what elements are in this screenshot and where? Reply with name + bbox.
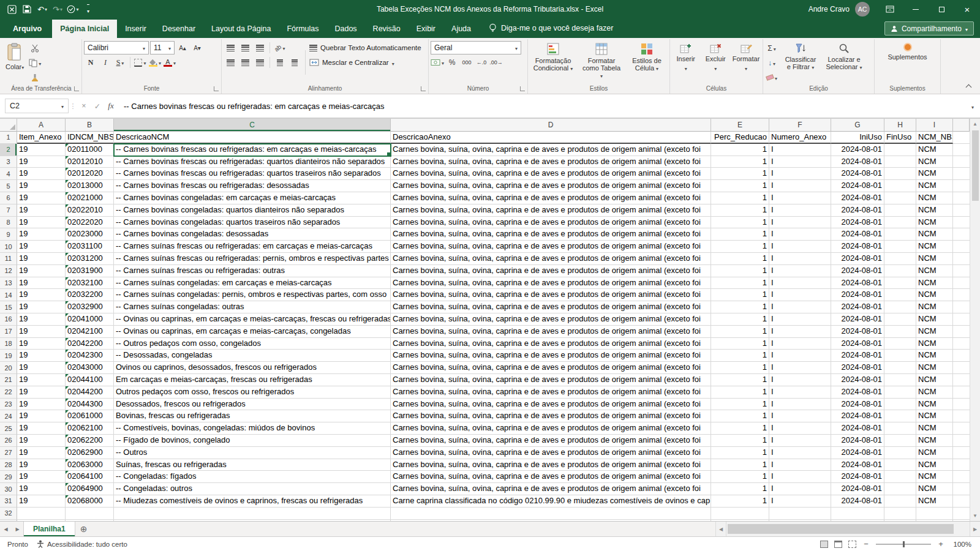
cell-A6[interactable]: 19 (17, 192, 66, 204)
cell-D8[interactable]: Carnes bovina, suína, ovina, caprina e d… (391, 217, 711, 229)
addins-button[interactable]: Suplementos (883, 40, 932, 84)
decrease-decimal-button[interactable]: .00→ (489, 56, 503, 69)
cell-A17[interactable]: 19 (17, 326, 66, 338)
cell-D31[interactable]: Carne caprina classificada no código 021… (391, 495, 711, 508)
cell-H25[interactable] (884, 422, 916, 435)
row-header-5[interactable]: 5 (0, 180, 17, 192)
format-as-table-caret-icon[interactable] (600, 72, 603, 79)
cell-C10[interactable]: -- Carnes suínas frescas ou refrigeradas… (114, 241, 391, 253)
cell-B9[interactable]: 02023000 (66, 228, 114, 241)
cell-H28[interactable] (884, 459, 916, 471)
undo-button[interactable]: ↶ (36, 2, 49, 17)
merge-center-caret-icon[interactable] (392, 57, 394, 68)
cell-D14[interactable]: Carnes bovina, suína, ovina, caprina e d… (391, 289, 711, 301)
cell-D12[interactable]: Carnes bovina, suína, ovina, caprina e d… (391, 265, 711, 277)
cell-G29[interactable]: 2024-08-01 (831, 471, 884, 483)
cell-E15[interactable]: 1 (711, 301, 769, 313)
cell-D16[interactable]: Carnes bovina, suína, ovina, caprina e d… (391, 313, 711, 326)
fill-color-button[interactable] (148, 56, 162, 69)
cell-D4[interactable]: Carnes bovina, suína, ovina, caprina e d… (391, 168, 711, 180)
align-top-button[interactable] (224, 42, 237, 54)
row-header-26[interactable]: 26 (0, 435, 17, 447)
cell-G13[interactable]: 2024-08-01 (831, 277, 884, 290)
cell-D27[interactable]: Carnes bovina, suína, ovina, caprina e d… (391, 447, 711, 459)
cell-C33[interactable] (114, 520, 391, 522)
collapse-ribbon-button[interactable] (963, 81, 974, 90)
cell-I17[interactable]: NCM (916, 326, 953, 338)
cell-F14[interactable]: I (769, 289, 831, 301)
column-header-F[interactable]: F (769, 119, 831, 132)
number-format-select[interactable]: Geral (431, 41, 521, 54)
cell-I22[interactable]: NCM (916, 386, 953, 399)
row-header-25[interactable]: 25 (0, 422, 17, 435)
cell-G1[interactable]: IniUso (831, 132, 884, 144)
cell-F17[interactable]: I (769, 326, 831, 338)
clear-button[interactable] (765, 71, 778, 84)
cell-F13[interactable]: I (769, 277, 831, 290)
cell-D6[interactable]: Carnes bovina, suína, ovina, caprina e d… (391, 192, 711, 204)
cell-D18[interactable]: Carnes bovina, suína, ovina, caprina e d… (391, 338, 711, 350)
cell-G14[interactable]: 2024-08-01 (831, 289, 884, 301)
cell-H4[interactable] (884, 168, 916, 180)
cell-F32[interactable] (769, 508, 831, 520)
cell-H1[interactable]: FinUso (884, 132, 916, 144)
cell-B7[interactable]: 02022010 (66, 204, 114, 217)
underline-caret-icon[interactable] (121, 58, 124, 67)
cell-H16[interactable] (884, 313, 916, 326)
cell-F31[interactable]: I (769, 495, 831, 508)
cell-C8[interactable]: -- Carnes bovinas congeladas: quartos tr… (114, 217, 391, 229)
cell-D32[interactable] (391, 508, 711, 520)
cell-B13[interactable]: 02032100 (66, 277, 114, 290)
cell-D33[interactable] (391, 520, 711, 522)
cell-A15[interactable]: 19 (17, 301, 66, 313)
cell-C28[interactable]: Suínas, frescas ou refrigeradas (114, 459, 391, 471)
cell-H15[interactable] (884, 301, 916, 313)
cell-D1[interactable]: DescricaoAnexo (391, 132, 711, 144)
ribbon-tab-fórmulas[interactable]: Fórmulas (279, 20, 326, 38)
cell-G7[interactable]: 2024-08-01 (831, 204, 884, 217)
borders-button[interactable] (134, 56, 147, 69)
cell-I26[interactable]: NCM (916, 435, 953, 447)
cell-H18[interactable] (884, 338, 916, 350)
cell-C18[interactable]: -- Outros pedaços com osso, congelados (114, 338, 391, 350)
cell-E12[interactable]: 1 (711, 265, 769, 277)
row-header-21[interactable]: 21 (0, 374, 17, 386)
cell-C30[interactable]: -- Congeladas: outros (114, 483, 391, 495)
ribbon-tab-página-inicial[interactable]: Página Inicial (52, 20, 117, 38)
cell-B27[interactable]: 02062900 (66, 447, 114, 459)
cell-A31[interactable]: 19 (17, 495, 66, 508)
cell-D15[interactable]: Carnes bovina, suína, ovina, caprina e d… (391, 301, 711, 313)
cell-I13[interactable]: NCM (916, 277, 953, 290)
cell-G8[interactable]: 2024-08-01 (831, 217, 884, 229)
cell-B33[interactable] (66, 520, 114, 522)
align-bottom-button[interactable] (253, 42, 266, 54)
customize-qat-button[interactable] (81, 2, 95, 17)
cell-C24[interactable]: Bovinas, frescas ou refrigeradas (114, 410, 391, 422)
save-icon[interactable] (20, 2, 34, 17)
cell-B26[interactable]: 02062200 (66, 435, 114, 447)
sort-filter-caret-icon[interactable] (812, 63, 814, 70)
accounting-format-button[interactable] (431, 56, 444, 69)
cell-I16[interactable]: NCM (916, 313, 953, 326)
cell-B29[interactable]: 02064100 (66, 471, 114, 483)
insert-function-button[interactable]: fx (104, 101, 118, 111)
formula-input[interactable]: -- Carnes bovinas frescas ou refrigerada… (118, 102, 965, 111)
cell-E19[interactable]: 1 (711, 350, 769, 362)
fill-color-caret-icon[interactable] (159, 58, 161, 67)
cell-F24[interactable]: I (769, 410, 831, 422)
cell-G2[interactable]: 2024-08-01 (831, 144, 884, 156)
cell-C27[interactable]: -- Outros (114, 447, 391, 459)
cell-D21[interactable]: Carnes bovina, suína, ovina, caprina e d… (391, 374, 711, 386)
cell-C25[interactable]: -- Comestíveis, bovinas, congeladas: miú… (114, 422, 391, 435)
alignment-dialog-launcher-icon[interactable] (421, 86, 426, 91)
cell-G31[interactable]: 2024-08-01 (831, 495, 884, 508)
cell-styles-caret-icon[interactable] (656, 64, 658, 72)
row-header-19[interactable]: 19 (0, 350, 17, 362)
cell-G10[interactable]: 2024-08-01 (831, 241, 884, 253)
accounting-caret-icon[interactable] (442, 58, 444, 67)
row-header-33[interactable]: 33 (0, 520, 17, 522)
tell-me-search[interactable]: Diga-me o que você deseja fazer (489, 23, 613, 38)
row-header-20[interactable]: 20 (0, 362, 17, 374)
cell-A26[interactable]: 19 (17, 435, 66, 447)
row-header-1[interactable]: 1 (0, 132, 17, 144)
